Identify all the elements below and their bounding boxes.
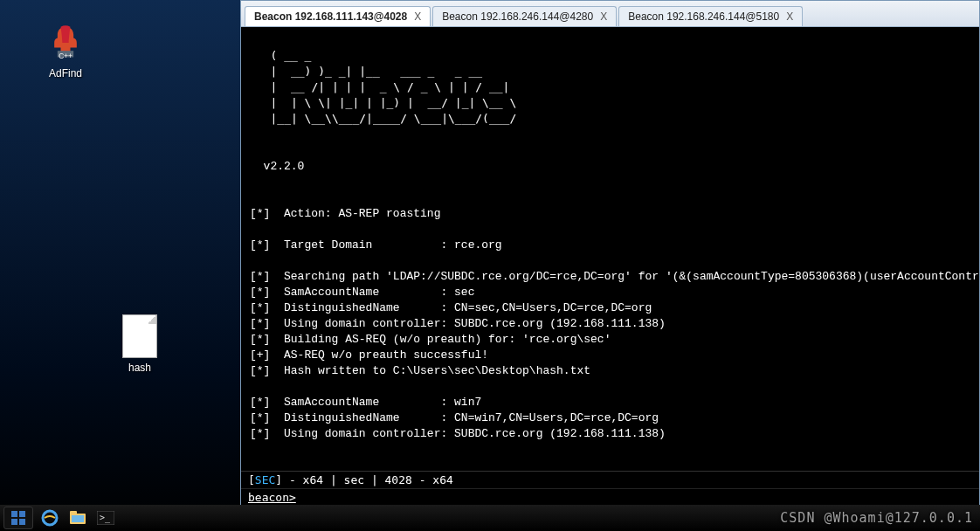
output-line: [+] AS-REQ w/o preauth successful! [250,348,488,362]
svg-rect-9 [72,515,84,522]
svg-rect-4 [11,519,17,525]
output-line: [*] DistinguishedName : CN=sec,CN=Users,… [250,301,652,314]
tab-beacon-1[interactable]: Beacon 192.168.246.144@4280 X [432,6,617,26]
text-file-icon [122,314,157,358]
output-line: [*] DistinguishedName : CN=win7,CN=Users… [250,411,659,424]
output-line: [*] Action: AS-REP roasting [250,207,440,220]
explorer-icon[interactable] [66,507,89,529]
status-sec: SEC [255,473,275,486]
svg-text:C++: C++ [59,52,72,60]
output-line: [*] Searching path 'LDAP://SUBDC.rce.org… [250,270,979,283]
cmd-icon[interactable]: >_ [94,507,117,529]
output-line: [*] Building AS-REQ (w/o preauth) for: '… [250,333,611,346]
desktop-icon-adfind[interactable]: C++ AdFind [31,22,100,79]
tab-bar: Beacon 192.168.111.143@4028 X Beacon 192… [241,1,979,27]
status-prefix: [ [248,473,255,486]
tab-label: Beacon 192.168.246.144@5180 [628,10,779,23]
beacon-window: Beacon 192.168.111.143@4028 X Beacon 192… [240,0,980,507]
ascii-banner: ( __ _ | __) )_ _| |__ ___ _ _ __ | __ /… [250,49,523,125]
tab-label: Beacon 192.168.246.144@4280 [442,10,593,23]
windows-icon [10,510,26,526]
svg-rect-2 [11,511,17,517]
beacon-input[interactable] [303,491,827,504]
terminal-output: ( __ _ | __) )_ _| |__ ___ _ _ __ | __ /… [241,27,979,471]
taskbar: >_ [0,505,980,531]
tab-beacon-2[interactable]: Beacon 192.168.246.144@5180 X [618,6,803,26]
output-line: [*] Using domain controller: SUBDC.rce.o… [250,427,666,440]
ie-icon[interactable] [38,507,61,529]
output-line: [*] SamAccountName : win7 [250,396,481,409]
status-bar: [SEC] - x64 | sec | 4028 - x64 [241,471,979,488]
output-line: [*] Hash written to C:\Users\sec\Desktop… [250,364,590,377]
close-icon[interactable]: X [786,10,793,23]
prompt-text: beacon> [248,491,296,504]
spartan-helmet-icon: C++ [45,22,86,64]
status-rest: ] - x64 | sec | 4028 - x64 [275,473,453,486]
tab-label: Beacon 192.168.111.143@4028 [254,10,407,23]
svg-rect-5 [19,519,25,525]
command-line[interactable]: beacon> [241,488,979,506]
desktop-icon-hash[interactable]: hash [105,314,175,374]
svg-text:>_: >_ [100,513,111,523]
output-line: [*] SamAccountName : sec [250,286,474,299]
svg-rect-3 [19,511,25,517]
close-icon[interactable]: X [414,10,421,23]
tab-beacon-0[interactable]: Beacon 192.168.111.143@4028 X [245,6,431,26]
svg-rect-8 [70,511,77,515]
output-line: [*] Using domain controller: SUBDC.rce.o… [250,317,666,330]
desktop-icon-label: AdFind [31,67,100,79]
output-line: [*] Target Domain : rce.org [250,238,502,252]
version-text: v2.2.0 [264,160,305,173]
close-icon[interactable]: X [600,10,607,23]
desktop-icon-label: hash [105,362,175,374]
start-button[interactable] [3,507,33,529]
